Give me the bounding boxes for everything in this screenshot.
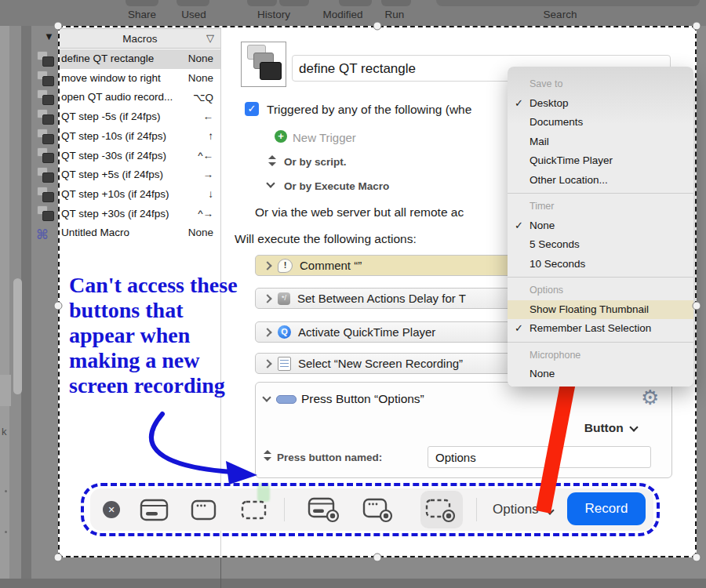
used-button[interactable] — [176, 0, 209, 6]
or-by-execute-macro-label[interactable]: Or by Execute Macro — [284, 180, 389, 192]
disclosure-triangle-icon[interactable]: ▼ — [44, 31, 54, 42]
selection-handle[interactable] — [373, 22, 382, 31]
macro-row[interactable]: open QT audio record...⌥Q — [60, 88, 220, 107]
triggered-checkbox[interactable]: ✓ — [245, 102, 259, 116]
web-server-line: Or via the web server but all remote ac — [255, 205, 464, 220]
menu-section-header: Options — [508, 281, 693, 300]
macro-row[interactable]: QT step +30s (if 24fps)^→ — [60, 205, 220, 224]
menu-item-10-seconds[interactable]: 10 Seconds — [508, 255, 693, 274]
dimmed-panel-fragment — [0, 375, 11, 406]
scrollbar-thumb[interactable] — [13, 278, 22, 394]
modified-button[interactable] — [339, 0, 372, 6]
macro-icon — [37, 89, 56, 106]
stepper-icon[interactable] — [268, 155, 276, 166]
macro-row[interactable]: QT step +5s (if 24fps)→ — [60, 165, 220, 185]
selection-handle[interactable] — [54, 22, 63, 31]
check-icon: ✓ — [515, 216, 523, 236]
toolbar-label-run: Run — [385, 9, 405, 20]
button-type-dropdown[interactable]: Button — [584, 421, 637, 435]
app-toolbar: Share Used History Modified Run Search — [0, 0, 706, 26]
history-forward-button[interactable] — [279, 0, 309, 6]
button-name-input[interactable]: Options — [428, 446, 651, 468]
macro-icon-well[interactable] — [241, 42, 286, 87]
selection-handle[interactable] — [693, 302, 701, 310]
menu-separator — [508, 342, 693, 343]
macro-icon — [37, 51, 56, 67]
chevron-right-icon[interactable] — [263, 294, 271, 303]
gear-icon[interactable]: ⚙ — [641, 386, 659, 410]
macro-icon — [37, 147, 56, 164]
menu-separator — [508, 277, 693, 278]
check-icon: ✓ — [515, 319, 523, 339]
menu-item-desktop[interactable]: ✓Desktop — [508, 94, 693, 114]
trigger-description: Triggered by any of the following (whe — [267, 103, 471, 117]
menu-section-header: Save to — [508, 74, 693, 94]
comment-icon: ! — [278, 259, 293, 273]
stray-text: k — [2, 426, 7, 437]
history-back-button[interactable] — [247, 0, 277, 6]
dimmed-dot — [5, 490, 7, 492]
menu-separator — [508, 193, 693, 194]
chevron-right-icon[interactable] — [263, 261, 271, 270]
macro-row[interactable]: QT step -30s (if 24fps)^← — [60, 147, 220, 166]
new-trigger-button[interactable]: New Trigger — [293, 131, 356, 144]
annotation-dashed-rectangle — [81, 483, 660, 536]
menu-item-mail[interactable]: Mail — [508, 132, 693, 152]
menu-item-timer-none[interactable]: ✓None — [508, 216, 693, 236]
macro-icon — [37, 129, 56, 145]
toolbar-label-search: Search — [544, 9, 577, 20]
menu-item-5-seconds[interactable]: 5 Seconds — [508, 235, 693, 255]
toolbar-label-history: History — [257, 9, 290, 20]
macro-row[interactable]: Untitled MacroNone — [60, 223, 220, 243]
button-name-value: Options — [435, 451, 476, 464]
menu-item-documents[interactable]: Documents — [508, 113, 693, 132]
options-dropdown-menu: Save to ✓Desktop Documents Mail QuickTim… — [508, 67, 693, 387]
share-button[interactable] — [126, 0, 158, 6]
menu-section-header: Timer — [508, 197, 693, 216]
command-icon: ⌘ — [36, 227, 49, 243]
macros-panel-title: Macros — [60, 33, 220, 45]
check-icon: ✓ — [515, 94, 523, 114]
plus-icon: + — [275, 130, 287, 143]
menu-item-other-location[interactable]: Other Location... — [508, 171, 693, 191]
panel-divider-dimmed — [220, 557, 221, 588]
stepper-icon[interactable] — [264, 450, 271, 461]
selection-handle[interactable] — [54, 302, 63, 310]
macro-icon — [37, 187, 56, 203]
filter-icon[interactable]: ▽ — [206, 32, 214, 44]
macro-row[interactable]: QT step -10s (if 24fps)↑ — [60, 127, 220, 147]
run-button[interactable] — [381, 0, 411, 6]
macro-row[interactable]: QT step +10s (if 24fps)↓ — [60, 185, 220, 205]
or-by-script-label[interactable]: Or by script. — [284, 156, 347, 168]
dimmed-sidebar-strip — [0, 26, 9, 588]
chevron-right-icon[interactable] — [263, 328, 271, 336]
macro-icon — [37, 205, 56, 222]
selection-handle[interactable] — [373, 554, 382, 562]
dimmed-sidebar-strip — [21, 26, 31, 588]
toolbar-label-used: Used — [181, 9, 206, 20]
menu-item-remember-last-selection[interactable]: ✓Remember Last Selection — [508, 319, 693, 339]
macro-row[interactable]: define QT rectangleNone — [60, 49, 220, 69]
chevron-right-icon[interactable] — [263, 359, 271, 368]
menu-item-quicktime-player[interactable]: QuickTime Player — [508, 151, 693, 171]
chevron-down-icon — [629, 423, 638, 431]
selection-handle[interactable] — [693, 554, 701, 562]
screenshot-annotation-canvas: Share Used History Modified Run Search k… — [0, 0, 706, 588]
macro-icon — [37, 167, 56, 183]
will-execute-label: Will execute the following actions: — [235, 232, 417, 246]
macros-panel-header[interactable]: Macros ▽ — [60, 28, 220, 49]
toolbar-label-share: Share — [128, 9, 156, 20]
menu-item-microphone-none[interactable]: None — [508, 365, 693, 384]
delay-action-icon: */ — [278, 292, 290, 305]
press-button-named-label: Press button named: — [277, 452, 382, 463]
dimmed-dot — [5, 531, 7, 533]
macro-row[interactable]: move window to rightNone — [60, 69, 220, 89]
macro-title-value: define QT rectangle — [299, 61, 416, 77]
selection-handle[interactable] — [693, 22, 701, 31]
selection-handle[interactable] — [54, 554, 63, 562]
search-input[interactable] — [436, 0, 700, 6]
macro-icon — [37, 71, 56, 87]
menu-section-header: Microphone — [508, 346, 693, 365]
menu-item-show-floating-thumbnail[interactable]: Show Floating Thumbnail — [508, 300, 693, 320]
macro-row[interactable]: QT step -5s (if 24fps)← — [60, 107, 220, 127]
